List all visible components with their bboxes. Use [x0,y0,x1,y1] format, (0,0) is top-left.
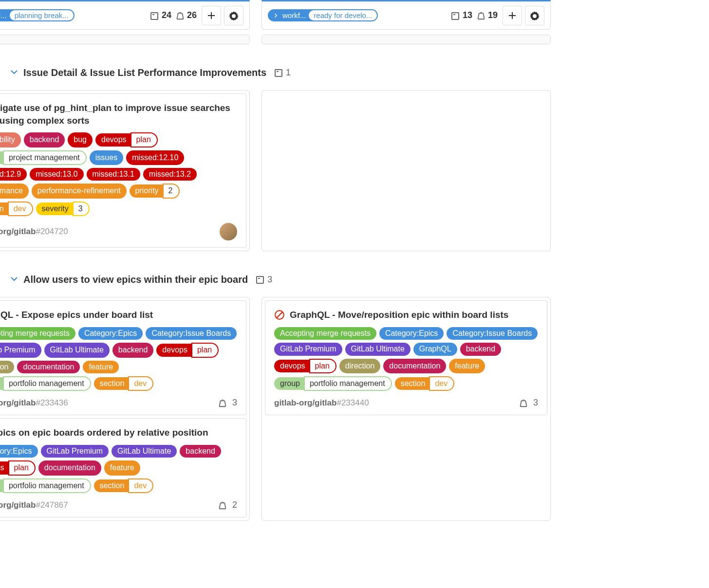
chevron-right-icon [273,12,280,19]
card-icon [274,68,284,77]
label[interactable]: backend [460,343,502,355]
label[interactable]: performance [0,184,29,198]
label[interactable]: missed:13.1 [87,168,140,181]
label[interactable]: Category:Epics [379,327,444,340]
swimlane-header: Allow users to view epics within their e… [0,272,709,287]
label[interactable]: GitLab Ultimate [112,445,177,458]
gear-icon [229,11,239,20]
column-card-count: 24 [150,10,171,20]
label-section[interactable]: sectiondev [0,202,33,216]
issue-card[interactable]: List epics on epic boards ordered by rel… [0,418,246,517]
card-icon [256,275,265,284]
avatar[interactable] [220,223,237,240]
label-section[interactable]: sectiondev [94,376,154,391]
card-labels: Accepting merge requestsCategory:EpicsCa… [274,327,538,391]
weight-icon [218,398,227,408]
card-title: GraphQL - Expose epics under board list [0,309,237,321]
label[interactable]: bug [68,132,93,147]
swimlane-count: 1 [274,68,291,78]
label[interactable]: direction [0,361,14,373]
issue-card[interactable]: GraphQL - Expose epics under board list … [0,300,246,415]
column-header: workfl... planning break... 24 26 [0,0,250,30]
column-settings-button[interactable] [525,6,544,25]
label[interactable]: GraphQL [413,343,457,355]
label-devops[interactable]: devopsplan [0,460,36,475]
card-weight: 3 [218,398,237,408]
label-group[interactable]: groupportfolio management [0,376,91,391]
issue-card[interactable]: GraphQL - Move/reposition epic within bo… [265,300,547,415]
label[interactable]: documentation [38,460,101,475]
label[interactable]: Category:Epics [0,445,38,458]
label[interactable]: feature [83,361,119,373]
label[interactable]: GitLab Premium [0,343,41,357]
swimlane-cell[interactable]: GraphQL - Move/reposition epic within bo… [261,297,551,521]
label-priority[interactable]: priority2 [130,184,180,198]
label[interactable]: feature [449,359,485,373]
label[interactable]: missed:12.10 [126,150,184,165]
label-severity[interactable]: severity3 [36,202,90,216]
add-card-button[interactable] [202,6,221,25]
swimlane-cell[interactable] [261,90,551,251]
label[interactable]: issues [90,150,123,165]
label[interactable]: GitLab Ultimate [44,343,110,357]
card-title: List epics on epic boards ordered by rel… [0,426,237,439]
card-title: GraphQL - Move/reposition epic within bo… [274,309,538,321]
board-column-headers: 2 0 workfl... planning break... [0,0,709,44]
label[interactable]: backend [24,132,65,147]
card-reference[interactable]: gitlab-org/gitlab#233436 [0,398,68,408]
label[interactable]: missed:13.0 [30,168,83,181]
swimlane-toggle[interactable] [10,274,19,285]
card-title: Investigate use of pg_hint_plan to impro… [0,102,237,127]
label-section[interactable]: sectiondev [395,376,455,391]
plus-icon [206,11,216,20]
label[interactable]: documentation [383,359,446,373]
card-reference[interactable]: gitlab-org/gitlab#233440 [274,398,369,408]
column-filter-pill[interactable]: workfl... planning break... [0,9,75,21]
weight-icon [175,11,185,20]
card-labels: Category:EpicsGitLab PremiumGitLab Ultim… [0,445,237,493]
label[interactable]: direction [339,359,380,373]
card-reference[interactable]: gitlab-org/gitlab#204720 [0,227,68,237]
blocked-icon [274,310,285,320]
label[interactable]: GitLab Ultimate [345,343,410,355]
label[interactable]: missed:12.9 [0,168,27,181]
label[interactable]: backend [112,343,154,357]
swimlanes-container: Issue Detail & Issue List Performance Im… [0,65,709,521]
label[interactable]: Category:Epics [78,327,143,340]
column-body [0,35,250,44]
label[interactable]: Category:Issue Boards [146,327,237,340]
add-card-button[interactable] [503,6,522,25]
label[interactable]: Accepting merge requests [274,327,376,340]
weight-icon [519,398,528,408]
column-settings-button[interactable] [224,6,243,25]
swimlane-cell[interactable]: GraphQL - Expose epics under board list … [0,297,250,521]
label[interactable]: backend [180,445,221,458]
label-group[interactable]: groupportfolio management [274,376,392,391]
label-devops[interactable]: devopsplan [274,359,336,373]
label[interactable]: Accepting merge requests [0,327,75,340]
label[interactable]: missed:13.2 [143,168,197,181]
label-devops[interactable]: devopsplan [95,132,158,147]
issue-card[interactable]: Investigate use of pg_hint_plan to impro… [0,93,246,248]
label[interactable]: GitLab Premium [274,343,342,355]
label-group[interactable]: groupportfolio management [0,478,91,493]
label[interactable]: availability [0,132,21,147]
swimlane-header: Issue Detail & Issue List Performance Im… [0,65,709,80]
swimlane-cell[interactable]: Investigate use of pg_hint_plan to impro… [0,90,250,251]
label[interactable]: GitLab Premium [41,445,109,458]
label[interactable]: Category:Issue Boards [447,327,538,340]
swimlane-toggle[interactable] [10,67,19,78]
card-reference[interactable]: gitlab-org/gitlab#247867 [0,500,68,510]
column-weight: 26 [175,10,197,20]
label-devops[interactable]: devopsplan [156,343,219,357]
label-section[interactable]: sectiondev [94,478,154,493]
column-weight: 19 [476,10,498,20]
card-labels: availabilitybackendbugdevopsplangrouppro… [0,132,237,216]
plus-icon [507,11,517,20]
column-card-count: 13 [451,10,472,20]
column-filter-pill[interactable]: workf... ready for develo... [268,9,378,21]
label-group[interactable]: groupproject management [0,150,87,165]
label[interactable]: feature [104,460,140,475]
label[interactable]: performance-refinement [32,184,127,198]
label[interactable]: documentation [17,361,80,373]
